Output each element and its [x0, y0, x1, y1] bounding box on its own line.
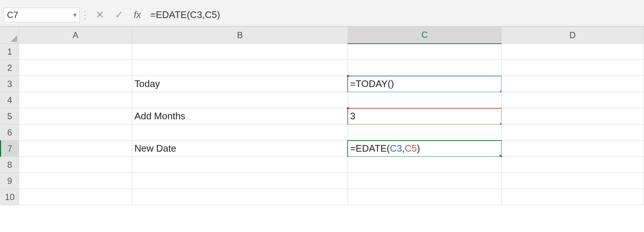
cell-D10[interactable]	[501, 189, 644, 205]
row-header-10[interactable]: 10	[1, 189, 19, 205]
row-3: 3 Today =TODAY()	[1, 76, 644, 92]
fx-label: fx	[134, 9, 141, 20]
column-header-A[interactable]: A	[19, 27, 132, 44]
row-8: 8	[1, 157, 644, 173]
row-header-6[interactable]: 6	[1, 124, 19, 141]
formula-text-suffix: )	[217, 9, 220, 21]
enter-button[interactable]: ✓	[109, 8, 128, 22]
cell-A5[interactable]	[19, 108, 132, 124]
cell-D3[interactable]	[501, 76, 644, 92]
cell-B10[interactable]	[132, 189, 348, 205]
cell-C7-ref2: C5	[405, 143, 417, 154]
row-4: 4	[1, 92, 644, 108]
cell-D4[interactable]	[501, 92, 644, 108]
cell-D6[interactable]	[501, 124, 644, 141]
column-header-C[interactable]: C	[348, 27, 501, 44]
cell-B7[interactable]: New Date	[132, 141, 348, 157]
grid-table: A B C D 1 2 3 Today	[0, 26, 644, 205]
cell-D2[interactable]	[501, 60, 644, 76]
cell-D7[interactable]	[501, 141, 644, 157]
column-header-row: A B C D	[1, 27, 644, 44]
row-header-5[interactable]: 5	[1, 108, 19, 124]
cell-C7[interactable]: =EDATE(C3,C5)	[348, 141, 501, 157]
cell-C8[interactable]	[348, 157, 501, 173]
row-7: 7 New Date =EDATE(C3,C5)	[1, 141, 644, 157]
cell-A10[interactable]	[19, 189, 132, 205]
row-header-4[interactable]: 4	[1, 92, 19, 108]
cell-A9[interactable]	[19, 173, 132, 189]
cell-A8[interactable]	[19, 157, 132, 173]
row-header-8[interactable]: 8	[1, 157, 19, 173]
row-header-3[interactable]: 3	[1, 76, 19, 92]
cell-B9[interactable]	[132, 173, 348, 189]
cell-C7-comma: ,	[402, 143, 405, 154]
column-header-D[interactable]: D	[501, 27, 644, 44]
cell-B1[interactable]	[132, 44, 348, 60]
cell-A4[interactable]	[19, 92, 132, 108]
formula-input[interactable]: =EDATE(C3,C5)	[147, 8, 640, 22]
row-header-9[interactable]: 9	[1, 173, 19, 189]
spreadsheet-grid[interactable]: A B C D 1 2 3 Today	[0, 26, 644, 205]
cell-D5[interactable]	[501, 108, 644, 124]
row-10: 10	[1, 189, 644, 205]
formula-bar: C7 ▾ ⋮ ✕ ✓ fx =EDATE(C3,C5)	[0, 0, 644, 26]
cell-B4[interactable]	[132, 92, 348, 108]
row-1: 1	[1, 44, 644, 60]
row-header-2[interactable]: 2	[1, 60, 19, 76]
row-6: 6	[1, 124, 644, 141]
formula-ref2: C5	[205, 9, 217, 21]
name-box-dropdown-icon[interactable]: ▾	[73, 11, 77, 19]
row-5: 5 Add Months 3	[1, 108, 644, 124]
cell-D1[interactable]	[501, 44, 644, 60]
cell-C5[interactable]: 3	[348, 108, 501, 124]
cell-B2[interactable]	[132, 60, 348, 76]
separator: ⋮	[80, 9, 90, 21]
cell-B6[interactable]	[132, 124, 348, 141]
insert-function-button[interactable]: fx	[128, 9, 147, 21]
name-box[interactable]: C7 ▾	[4, 8, 80, 22]
cell-C6[interactable]	[348, 124, 501, 141]
cell-D9[interactable]	[501, 173, 644, 189]
cell-B5[interactable]: Add Months	[132, 108, 348, 124]
cell-C3[interactable]: =TODAY()	[348, 76, 501, 92]
cancel-icon: ✕	[96, 9, 104, 21]
select-all-corner[interactable]	[1, 27, 19, 44]
cell-C1[interactable]	[348, 44, 501, 60]
cell-C2[interactable]	[348, 60, 501, 76]
cell-A3[interactable]	[19, 76, 132, 92]
cancel-button[interactable]: ✕	[90, 8, 109, 22]
row-2: 2	[1, 60, 644, 76]
cell-C7-suffix: )	[417, 143, 420, 154]
formula-ref1: C3	[190, 9, 202, 21]
cell-A2[interactable]	[19, 60, 132, 76]
name-box-value: C7	[7, 10, 18, 20]
cell-C4[interactable]	[348, 92, 501, 108]
cell-A6[interactable]	[19, 124, 132, 141]
cell-D8[interactable]	[501, 157, 644, 173]
cell-B8[interactable]	[132, 157, 348, 173]
formula-comma: ,	[202, 9, 205, 21]
cell-A7[interactable]	[19, 141, 132, 157]
cell-C7-ref1: C3	[390, 143, 402, 154]
row-9: 9	[1, 173, 644, 189]
excel-window: C7 ▾ ⋮ ✕ ✓ fx =EDATE(C3,C5) A B C D 1	[0, 0, 644, 232]
row-header-1[interactable]: 1	[1, 44, 19, 60]
check-icon: ✓	[115, 9, 123, 21]
cell-C10[interactable]	[348, 189, 501, 205]
cell-A1[interactable]	[19, 44, 132, 60]
cell-C9[interactable]	[348, 173, 501, 189]
cell-B3[interactable]: Today	[132, 76, 348, 92]
formula-text-prefix: =EDATE(	[150, 9, 190, 21]
cell-C7-prefix: =EDATE(	[350, 143, 390, 154]
row-header-7[interactable]: 7	[1, 141, 19, 157]
column-header-B[interactable]: B	[132, 27, 348, 44]
